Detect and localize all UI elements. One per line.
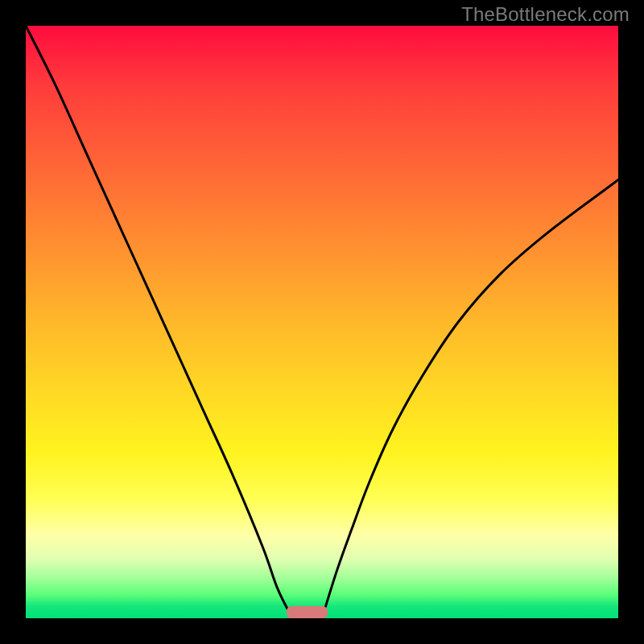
left-curve: [26, 26, 292, 618]
watermark-text: TheBottleneck.com: [461, 3, 630, 26]
plot-area: [26, 26, 618, 618]
right-curve: [322, 180, 618, 618]
bottleneck-marker: [287, 606, 328, 618]
curve-layer: [26, 26, 618, 618]
chart-frame: TheBottleneck.com: [0, 0, 644, 644]
